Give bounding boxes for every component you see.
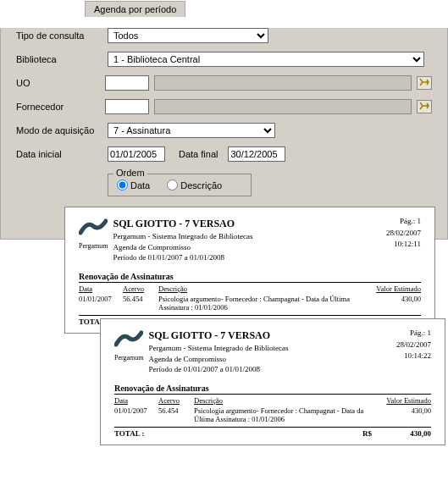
biblioteca-label: Biblioteca	[16, 54, 102, 64]
report-sub3: Período de 01/01/2007 a 01/01/2008	[113, 252, 253, 263]
pergamum-logo: Pergamum	[114, 328, 144, 375]
report-page: Pág.: 1	[386, 216, 421, 228]
report-preview-1: Pergamum SQL GIOTTO - 7 VERSAO Pergamum …	[64, 207, 435, 334]
report-sub1: Pergamum - Sistema Integrado de Bibliote…	[149, 343, 289, 354]
pergamum-logo: Pergamum	[79, 216, 108, 263]
ordem-data-radio-input[interactable]	[117, 179, 128, 191]
ordem-legend: Ordem	[113, 168, 147, 178]
report-date: 28/02/2007	[386, 228, 421, 240]
data-inicial-input[interactable]	[108, 146, 165, 162]
biblioteca-select[interactable]: 1 - Biblioteca Central	[108, 52, 424, 67]
ordem-group: Ordem Data Descrição	[108, 174, 252, 196]
fornecedor-label: Fornecedor	[16, 102, 100, 112]
report-date: 28/02/2007	[396, 340, 431, 351]
report-page: Pág.: 1	[396, 328, 431, 340]
report-time: 10:12:11	[386, 239, 421, 251]
data-final-label: Data final	[179, 149, 218, 159]
uo-lookup-button[interactable]	[417, 76, 432, 90]
ordem-desc-radio[interactable]: Descrição	[167, 179, 222, 191]
report-preview-2: Pergamum SQL GIOTTO - 7 VERSAO Pergamum …	[100, 318, 445, 445]
uo-name-display	[154, 75, 412, 91]
report-row: 01/01/2007 56.454 Psicologia argumento- …	[79, 295, 421, 312]
report-time: 10:14:22	[396, 351, 431, 362]
report-sub2: Agenda de Compromisso	[113, 242, 253, 253]
report-total: TOTAL : R$ 430,00	[114, 427, 431, 438]
tab-agenda-periodo[interactable]: Agenda por período	[85, 1, 185, 17]
lookup-icon	[419, 78, 429, 88]
ordem-data-radio[interactable]: Data	[117, 179, 150, 191]
ordem-desc-radio-label: Descrição	[180, 180, 222, 191]
report-row: 01/01/2007 56.454 Psicologia argumento- …	[114, 406, 431, 423]
tipo-consulta-label: Tipo de consulta	[16, 30, 102, 41]
lookup-icon	[419, 102, 429, 112]
tipo-consulta-select[interactable]: Todos	[108, 28, 268, 43]
report-title: SQL GIOTTO - 7 VERSAO	[149, 329, 289, 342]
ordem-desc-radio-input[interactable]	[167, 179, 178, 191]
report-sub3: Período de 01/01/2007 a 01/01/2008	[149, 364, 289, 375]
report-sub1: Pergamum - Sistema Integrado de Bibliote…	[113, 231, 253, 242]
data-final-input[interactable]	[228, 146, 285, 162]
report-table-header: Data Acervo Descrição Valor Estimado	[114, 396, 431, 405]
fornecedor-code-input[interactable]	[105, 99, 149, 114]
report-title: SQL GIOTTO - 7 VERSAO	[113, 218, 253, 230]
report-section-title: Renovação de Assinaturas	[79, 272, 421, 283]
report-section-title: Renovação de Assinaturas	[114, 384, 431, 395]
modo-aquisicao-select[interactable]: 7 - Assinatura	[108, 123, 275, 138]
fornecedor-name-display	[154, 99, 412, 114]
fornecedor-lookup-button[interactable]	[417, 100, 432, 113]
report-sub2: Agenda de Compromisso	[149, 354, 289, 365]
modo-aquisicao-label: Modo de aquisição	[16, 125, 102, 135]
uo-label: UO	[16, 78, 100, 88]
uo-code-input[interactable]	[105, 75, 149, 91]
data-inicial-label: Data inicial	[16, 149, 102, 159]
ordem-data-radio-label: Data	[130, 180, 150, 191]
report-table-header: Data Acervo Descrição Valor Estimado	[79, 284, 421, 293]
